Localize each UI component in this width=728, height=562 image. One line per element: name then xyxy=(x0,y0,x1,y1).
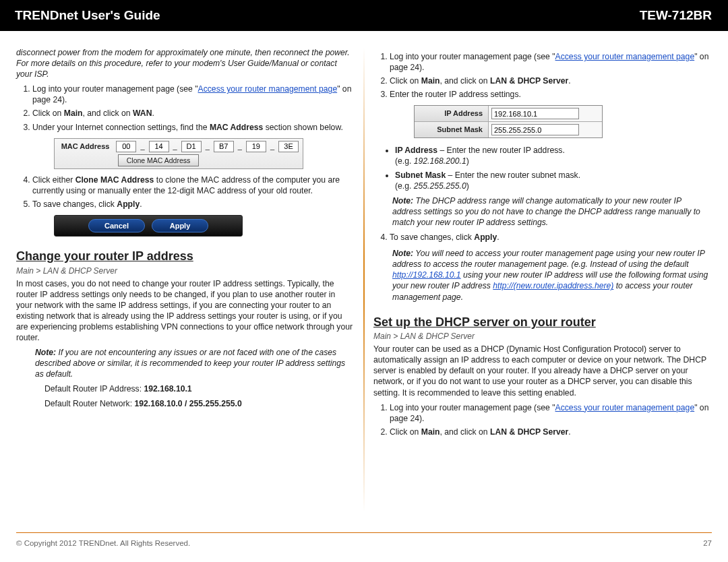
intro-text: disconnect power from the modem for appr… xyxy=(16,47,353,80)
note-text: Note: If you are not encountering any is… xyxy=(35,347,353,379)
apply-button[interactable]: Apply xyxy=(152,219,208,232)
list-item: To save changes, click Apply. xyxy=(390,232,710,243)
list-item: To save changes, click Apply. xyxy=(32,199,353,210)
header-title: TRENDnet User's Guide xyxy=(15,8,160,23)
list-item: Log into your router management page (se… xyxy=(390,51,710,73)
list-item: Click on Main, and click on LAN & DHCP S… xyxy=(390,427,710,437)
access-link[interactable]: Access your router management page xyxy=(198,84,338,94)
list-item: Subnet Mask – Enter the new router subne… xyxy=(395,170,710,191)
list-item: Click on Main, and click on WAN. xyxy=(32,108,353,119)
list-item: Under your Internet connection settings,… xyxy=(32,122,353,133)
ip-bullets: IP Address – Enter the new router IP add… xyxy=(380,145,710,191)
mac-seg-input[interactable] xyxy=(278,141,299,152)
ip-address-input[interactable] xyxy=(491,108,579,119)
copyright-text: © Copyright 2012 TRENDnet. All Rights Re… xyxy=(16,539,190,547)
body-text: Your router can be used as a DHCP (Dynam… xyxy=(373,344,710,398)
access-link[interactable]: Access your router management page xyxy=(555,403,695,412)
right-steps-2: To save changes, click Apply. xyxy=(376,232,710,243)
cancel-button[interactable]: Cancel xyxy=(88,219,145,232)
mac-seg-input[interactable] xyxy=(181,141,202,152)
right-column: Log into your router management page (se… xyxy=(373,47,710,518)
column-divider xyxy=(363,47,365,512)
default-ip-link[interactable]: http://192.168.10.1 xyxy=(392,270,461,280)
ip-address-label: IP Address xyxy=(415,106,489,121)
left-column: disconnect power from the modem for appr… xyxy=(16,47,353,518)
list-item: Enter the router IP address settings. xyxy=(390,89,710,100)
model-number: TEW-712BR xyxy=(640,8,712,23)
list-item: Log into your router management page (se… xyxy=(32,84,353,105)
clone-mac-button[interactable]: Clone MAC Address xyxy=(118,154,199,166)
section-heading-dhcp: Set up the DHCP server on your router xyxy=(373,315,710,331)
list-item: IP Address – Enter the new router IP add… xyxy=(395,145,710,166)
subnet-mask-label: Subnet Mask xyxy=(415,122,489,137)
left-steps-1: Log into your router management page (se… xyxy=(19,84,353,132)
list-item: Log into your router management page (se… xyxy=(390,402,710,424)
subnet-mask-input[interactable] xyxy=(491,124,579,135)
breadcrumb: Main > LAN & DHCP Server xyxy=(373,332,710,342)
mac-address-panel: MAC Address _ _ _ _ _ Clone MAC Address xyxy=(54,138,303,169)
footer: © Copyright 2012 TRENDnet. All Rights Re… xyxy=(16,539,712,547)
default-net-line: Default Router Network: 192.168.10.0 / 2… xyxy=(44,398,353,409)
body-text: In most cases, you do not need to change… xyxy=(16,278,353,344)
default-ip-line: Default Router IP Address: 192.168.10.1 xyxy=(44,383,353,394)
section-heading-change-ip: Change your router IP address xyxy=(16,249,353,265)
footer-divider xyxy=(16,532,712,533)
cancel-apply-bar: Cancel Apply xyxy=(54,215,243,237)
right-steps-3: Log into your router management page (se… xyxy=(376,402,710,437)
mac-seg-input[interactable] xyxy=(214,141,234,152)
left-steps-2: Click either Clone MAC Address to clone … xyxy=(19,175,353,210)
list-item: Click either Clone MAC Address to clone … xyxy=(32,175,353,196)
breadcrumb: Main > LAN & DHCP Server xyxy=(16,266,353,277)
mac-label: MAC Address xyxy=(59,142,112,152)
mac-seg-input[interactable] xyxy=(246,141,266,152)
note-text: Note: The DHCP address range will change… xyxy=(392,195,710,228)
note-text: Note: You will need to access your route… xyxy=(392,248,710,302)
ip-settings-panel: IP Address Subnet Mask xyxy=(414,105,603,138)
new-ip-link[interactable]: http://(new.router.ipaddress.here) xyxy=(493,281,613,290)
content-columns: disconnect power from the modem for appr… xyxy=(0,31,728,523)
page-number: 27 xyxy=(703,539,712,547)
right-steps-1: Log into your router management page (se… xyxy=(376,51,710,100)
access-link[interactable]: Access your router management page xyxy=(555,52,695,61)
mac-seg-input[interactable] xyxy=(116,141,136,152)
header: TRENDnet User's Guide TEW-712BR xyxy=(0,0,728,31)
mac-seg-input[interactable] xyxy=(149,141,169,152)
list-item: Click on Main, and click on LAN & DHCP S… xyxy=(390,75,710,86)
